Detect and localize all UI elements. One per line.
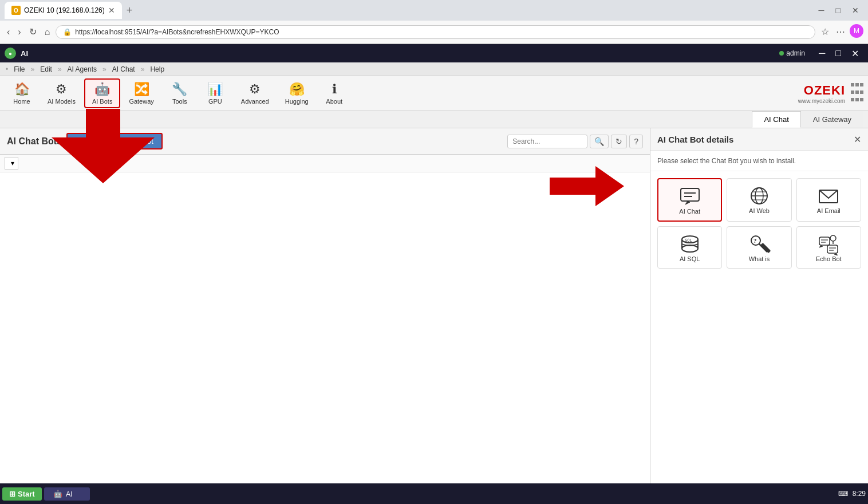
svg-rect-24	[827, 245, 838, 253]
toolbar-ai-bots-btn[interactable]: 🤖 AI Bots	[84, 78, 120, 108]
admin-status-dot	[779, 51, 784, 56]
url-text: https://localhost:9515/AI/?a=AIBots&ncre…	[75, 28, 279, 36]
start-btn[interactable]: ⊞ Start	[2, 487, 42, 501]
toolbar-about-btn[interactable]: ℹ About	[317, 79, 352, 108]
advanced-icon: ⚙	[249, 82, 261, 97]
tab-ai-gateway[interactable]: AI Gateway	[801, 111, 863, 128]
search-area: 🔍 ↻ ?	[507, 135, 643, 148]
filter-select[interactable]: ▾	[5, 157, 18, 170]
tab-ai-chat[interactable]: AI Chat	[752, 111, 800, 128]
svg-text:?: ?	[753, 237, 757, 244]
gateway-icon: 🔀	[134, 82, 149, 97]
reload-btn[interactable]: ↻	[27, 24, 39, 40]
refresh-btn[interactable]: ↻	[611, 135, 627, 148]
toolbar-home-btn[interactable]: 🏠 Home	[5, 79, 39, 108]
app-icon: ●	[5, 48, 16, 59]
toolbar-advanced-btn[interactable]: ⚙ Advanced	[234, 79, 277, 108]
svg-rect-17	[760, 243, 771, 253]
browser-minimize-btn[interactable]: ─	[814, 5, 829, 16]
toolbar-ai-models-btn[interactable]: ⚙ AI Models	[40, 79, 83, 108]
app-minimize-btn[interactable]: ─	[814, 47, 830, 60]
browser-chrome: O OZEKI 10 (192.168.0.126) ✕ + ─ □ ✕ ‹ ›…	[0, 0, 868, 44]
browser-close-btn[interactable]: ✕	[847, 5, 863, 16]
filter-bar: ▾	[0, 155, 650, 172]
create-bot-btn[interactable]: Create new AI Chat Bot	[66, 133, 163, 149]
bot-card-what-is[interactable]: ? What is	[727, 226, 791, 269]
toolbar-tools-btn[interactable]: 🔧 Tools	[163, 79, 197, 108]
toolbar-advanced-label: Advanced	[241, 98, 269, 105]
address-bar[interactable]: 🔒 https://localhost:9515/AI/?a=AIBots&nc…	[56, 25, 815, 39]
what-is-label: What is	[749, 255, 770, 262]
search-input[interactable]	[507, 135, 587, 148]
help-btn[interactable]: ?	[629, 135, 643, 148]
tab-title: OZEKI 10 (192.168.0.126)	[24, 6, 105, 14]
ai-chat-label: AI Chat	[679, 208, 700, 215]
toolbar-about-label: About	[326, 98, 342, 105]
bookmark-btn[interactable]: ☆	[819, 24, 831, 40]
keyboard-icon: ⌨	[838, 490, 848, 498]
start-label: Start	[18, 490, 35, 498]
admin-info: admin	[779, 49, 805, 57]
app-window: ● AI admin ─ □ ✕ • File » Edit » AI Agen…	[0, 44, 868, 504]
right-panel-description: Please select the Chat Bot you wish to i…	[650, 151, 868, 171]
menu-edit[interactable]: Edit	[35, 64, 57, 74]
chevron-down-icon: ▾	[11, 159, 14, 167]
bot-list	[0, 172, 650, 483]
svg-point-19	[830, 235, 836, 241]
app-maximize-btn[interactable]: □	[831, 47, 846, 60]
menu-ai-chat[interactable]: AI Chat	[108, 64, 140, 74]
admin-label: admin	[786, 49, 805, 57]
panel-header: AI Chat Bots Create new AI Chat Bot 🔍 ↻ …	[0, 128, 650, 155]
browser-maximize-btn[interactable]: □	[831, 5, 845, 16]
toolbar-tools-label: Tools	[172, 98, 187, 105]
profile-btn[interactable]: M	[850, 24, 863, 38]
about-icon: ℹ	[332, 82, 337, 97]
ai-models-icon: ⚙	[56, 82, 67, 97]
ai-web-icon	[748, 184, 771, 207]
tab-close-btn[interactable]: ✕	[108, 6, 115, 15]
toolbar-gpu-label: GPU	[208, 98, 222, 105]
main-content: AI Chat Bots Create new AI Chat Bot 🔍 ↻ …	[0, 128, 868, 504]
toolbar-hugging-label: Hugging	[285, 98, 309, 105]
bot-card-ai-email[interactable]: AI Email	[796, 178, 861, 222]
bot-grid: AI Chat AI Web	[650, 171, 868, 275]
toolbar-gateway-btn[interactable]: 🔀 Gateway	[121, 79, 161, 108]
taskbar-ai-icon: 🤖	[53, 490, 62, 498]
browser-nav: ‹ › ↻ ⌂ 🔒 https://localhost:9515/AI/?a=A…	[0, 21, 868, 44]
start-icon: ⊞	[9, 490, 15, 498]
bot-card-ai-chat[interactable]: AI Chat	[657, 178, 722, 222]
taskbar-ai-btn[interactable]: 🤖 AI	[44, 487, 90, 501]
toolbar-gateway-label: Gateway	[129, 98, 153, 105]
new-tab-btn[interactable]: +	[122, 5, 137, 17]
taskbar-time: 8:29	[853, 490, 866, 498]
menu-ai-agents[interactable]: AI Agents	[63, 64, 101, 74]
toolbar-gpu-btn[interactable]: 📊 GPU	[198, 79, 232, 108]
menu-file[interactable]: File	[9, 64, 29, 74]
ai-web-label: AI Web	[749, 207, 770, 214]
menu-bar: • File » Edit » AI Agents » AI Chat » He…	[0, 62, 868, 76]
menu-help[interactable]: Help	[145, 64, 169, 74]
hugging-icon: 🤗	[289, 82, 305, 97]
toolbar-hugging-btn[interactable]: 🤗 Hugging	[278, 79, 316, 108]
browser-tab[interactable]: O OZEKI 10 (192.168.0.126) ✕	[5, 2, 122, 19]
left-panel: AI Chat Bots Create new AI Chat Bot 🔍 ↻ …	[0, 128, 650, 504]
close-panel-btn[interactable]: ✕	[854, 134, 861, 145]
window-controls: ─ □ ✕	[814, 47, 863, 60]
right-panel-header: AI Chat Bot details ✕	[650, 128, 868, 151]
app-tab-bar: AI Chat AI Gateway	[0, 111, 868, 128]
toolbar: 🏠 Home ⚙ AI Models 🤖 AI Bots 🔀 Gateway 🔧…	[0, 76, 868, 111]
toolbar-home-label: Home	[13, 98, 30, 105]
search-btn[interactable]: 🔍	[590, 135, 609, 148]
home-btn[interactable]: ⌂	[42, 25, 53, 40]
ozeki-logo: OZEKI www.myozeki.com	[798, 83, 845, 104]
taskbar: ⊞ Start 🤖 AI ⌨ 8:29	[0, 483, 868, 504]
bot-card-echo-bot[interactable]: Echo Bot	[796, 226, 861, 269]
toolbar-ai-models-label: AI Models	[48, 98, 76, 105]
back-btn[interactable]: ‹	[5, 25, 12, 40]
app-close-btn[interactable]: ✕	[847, 47, 863, 60]
gpu-icon: 📊	[207, 82, 223, 97]
forward-btn[interactable]: ›	[15, 25, 23, 40]
bot-card-ai-sql[interactable]: SQL AI SQL	[657, 226, 722, 269]
bot-card-ai-web[interactable]: AI Web	[727, 178, 791, 222]
favorites-btn[interactable]: ⋯	[834, 24, 847, 40]
